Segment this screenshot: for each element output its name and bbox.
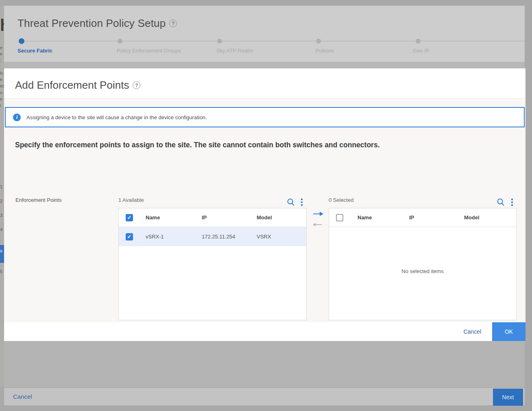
dialog-body: i Assigning a device to the site will ca… (4, 98, 525, 322)
select-all-checkbox[interactable] (126, 214, 133, 221)
table-header-row: Name IP Model (119, 208, 306, 227)
wizard-cancel-button[interactable]: Cancel (13, 393, 32, 400)
row-checkbox[interactable] (126, 233, 133, 240)
empty-table-message: No selected items (329, 268, 516, 274)
info-banner-text: Assigning a device to the site will caus… (26, 114, 207, 120)
dialog-cancel-button[interactable]: Cancel (463, 328, 481, 335)
page-root: { "icons": { "help": "?", "info": "i" },… (0, 0, 532, 411)
enforcement-points-label: Enforcement Points (15, 197, 61, 203)
cell-name: vSRX-1 (146, 234, 202, 240)
dialog-title: Add Enforcement Points (15, 79, 129, 92)
step-label-policy-enforcement-groups[interactable]: Policy Enforcement Groups (117, 48, 181, 54)
background-blue-button-fragment (0, 245, 4, 263)
available-count: 1 Available (118, 197, 144, 203)
wizard-title: Threat Prevention Policy Setup (17, 17, 166, 30)
move-left-arrow-icon[interactable] (312, 221, 324, 229)
help-icon[interactable]: ? (133, 81, 140, 89)
dialog-footer: Cancel OK (4, 322, 525, 341)
wizard-next-button[interactable]: Next (493, 389, 523, 406)
step-label-policies[interactable]: Policies (316, 48, 334, 54)
help-icon[interactable]: ? (169, 20, 177, 27)
instruction-text: Specify the enforcement points to assign… (15, 141, 380, 149)
cell-model: VSRX (257, 234, 306, 240)
selected-count: 0 Selected (329, 197, 353, 203)
dimmed-page-content (4, 341, 525, 387)
kebab-menu-icon[interactable] (511, 199, 513, 206)
move-right-arrow-icon[interactable] (312, 211, 324, 218)
kebab-menu-icon[interactable] (301, 199, 303, 206)
dialog-ok-button[interactable]: OK (492, 322, 525, 341)
table-row[interactable]: vSRX-1 172.25.11.254 VSRX (119, 227, 306, 246)
info-banner: i Assigning a device to the site will ca… (5, 107, 525, 127)
stepper-track (21, 41, 525, 42)
available-devices-table: Name IP Model vSRX-1 172.25.11.254 VSRX (118, 208, 307, 320)
wizard-footer-bar: Cancel Next (4, 387, 525, 405)
column-header-model[interactable]: Model (464, 214, 516, 221)
search-icon[interactable] (496, 198, 505, 208)
column-header-name[interactable]: Name (146, 214, 202, 221)
wizard-header: Threat Prevention Policy Setup ? Secure … (4, 6, 525, 62)
transfer-arrows (312, 211, 324, 229)
step-dot-geo-ip (416, 39, 421, 44)
column-header-name[interactable]: Name (358, 214, 409, 221)
step-label-secure-fabric[interactable]: Secure Fabric (17, 48, 52, 54)
add-enforcement-points-dialog: Add Enforcement Points ? i Assigning a d… (4, 68, 525, 341)
step-dot-sky-atp-realm (217, 39, 222, 44)
search-icon[interactable] (286, 198, 295, 208)
column-header-ip[interactable]: IP (202, 214, 257, 221)
step-label-sky-atp-realm[interactable]: Sky ATP Realm (216, 48, 253, 54)
step-dot-policies (316, 39, 321, 44)
column-header-ip[interactable]: IP (409, 214, 464, 221)
table-header-row: Name IP Model (329, 208, 516, 227)
info-icon: i (13, 114, 21, 121)
background-page-left-edge: h e e ; ic e eo u e i 1 2 3 4 a 5 (0, 6, 4, 387)
selected-devices-table: Name IP Model No selected items (329, 208, 517, 320)
cell-ip: 172.25.11.254 (202, 234, 257, 240)
select-all-checkbox[interactable] (336, 214, 343, 221)
step-dot-secure-fabric (19, 38, 24, 44)
step-label-geo-ip[interactable]: Geo IP (413, 48, 429, 54)
column-header-model[interactable]: Model (257, 214, 306, 221)
step-dot-policy-enforcement-groups (118, 39, 122, 44)
dimmed-page-gap (4, 62, 525, 68)
